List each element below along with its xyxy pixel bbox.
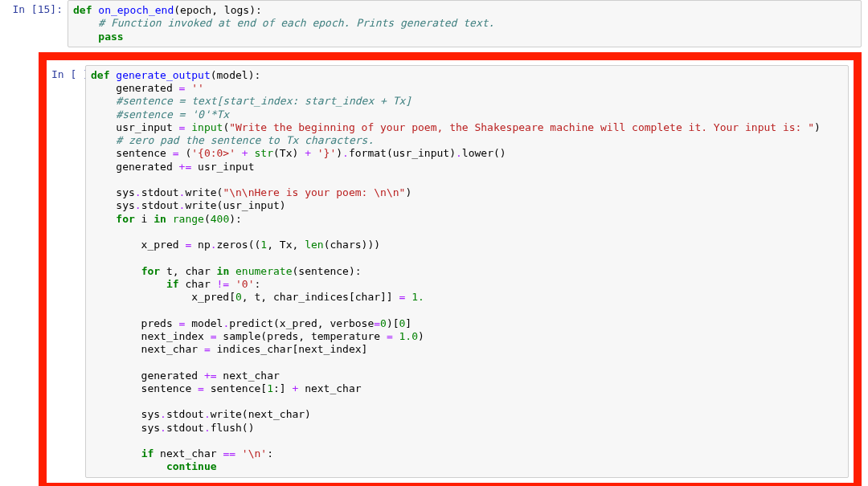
token: t, char — [160, 265, 216, 277]
token: usr_input — [91, 121, 179, 133]
token — [91, 265, 141, 277]
token-kw: continue — [166, 460, 217, 472]
code-block[interactable]: def generate_output(model): generated = … — [91, 69, 843, 474]
token-def: generate_output — [116, 69, 210, 81]
input-prompt: In [ ]: — [51, 65, 85, 81]
token: next_char — [217, 370, 280, 382]
token: next_index — [91, 330, 211, 342]
token-bi: range — [173, 213, 204, 225]
token-cmt: # Function invoked at end of each epoch.… — [98, 17, 494, 29]
token-op: = — [173, 147, 179, 159]
token-op: . — [160, 408, 166, 420]
token-str: '' — [191, 82, 204, 94]
token-op: = — [211, 330, 217, 342]
token: predict(x_pred, verbose — [229, 317, 374, 329]
token: model — [185, 317, 223, 329]
token-cmt: #sentence = text[start_index: start_inde… — [116, 95, 411, 107]
highlight-box: In [ ]:def generate_output(model): gener… — [39, 52, 862, 486]
token-str: '0' — [235, 278, 254, 290]
token: ( — [204, 213, 211, 225]
token: sample(preds, temperature — [217, 330, 387, 342]
token — [73, 31, 98, 43]
token: (Tx) — [273, 147, 305, 159]
token: next_char — [154, 447, 223, 459]
notebook: In [15]:def on_epoch_end(epoch, logs): #… — [0, 0, 868, 486]
code-cell[interactable]: In [ ]:def generate_output(model): gener… — [51, 65, 849, 478]
token-op: == — [223, 447, 235, 459]
token: usr_input — [191, 161, 254, 173]
token-op: = — [198, 382, 204, 394]
token-op: . — [456, 147, 462, 159]
token-kw: pass — [98, 31, 123, 43]
code-block[interactable]: def on_epoch_end(epoch, logs): # Functio… — [73, 4, 856, 43]
token — [393, 330, 399, 342]
token: :] — [273, 382, 292, 394]
token: stdout — [141, 199, 179, 211]
token-bi: input — [191, 121, 223, 133]
token-op: . — [135, 199, 141, 211]
token: generated — [91, 161, 179, 173]
input-area[interactable]: def generate_output(model): generated = … — [85, 65, 849, 478]
token-op: . — [160, 422, 166, 434]
token: sys — [91, 408, 160, 420]
token-op: . — [211, 239, 217, 251]
token — [229, 265, 235, 277]
token-kw: for — [141, 265, 160, 277]
token: ) — [814, 121, 821, 133]
token — [91, 213, 116, 225]
token-op: + — [305, 147, 311, 159]
input-area[interactable]: def on_epoch_end(epoch, logs): # Functio… — [68, 0, 862, 47]
token-kw: for — [116, 213, 134, 225]
token-op: += — [179, 161, 192, 173]
token-cmt: #sentence = '0'*Tx — [116, 108, 229, 120]
token: (epoch, logs): — [174, 4, 262, 16]
token-op: . — [342, 147, 349, 159]
token: , t, char_indices[char]] — [242, 291, 399, 303]
token-op: . — [204, 422, 211, 434]
token: sys — [91, 186, 135, 198]
token — [229, 278, 235, 290]
token: )[ — [387, 317, 399, 329]
token-kw: if — [166, 278, 179, 290]
token-kw: def — [91, 69, 109, 81]
token — [73, 17, 98, 29]
token-bi: len — [305, 239, 323, 251]
token-op: = — [374, 317, 380, 329]
token: i — [135, 213, 154, 225]
token-def: on_epoch_end — [98, 4, 174, 16]
token-num: 1 — [260, 239, 267, 251]
token: indices_char[next_index] — [211, 343, 368, 355]
token: stdout — [166, 422, 204, 434]
token: ): — [229, 213, 242, 225]
token-num: 1. — [411, 291, 424, 303]
token — [405, 291, 411, 303]
token — [248, 147, 255, 159]
token: generated — [91, 82, 179, 94]
token: ) — [336, 147, 342, 159]
token: sys — [91, 422, 160, 434]
token — [91, 134, 116, 146]
token: stdout — [166, 408, 204, 420]
token: write(usr_input) — [185, 199, 285, 211]
token-num: 1.0 — [399, 330, 418, 342]
token — [311, 147, 317, 159]
token: (sentence): — [293, 265, 362, 277]
token-op: + — [242, 147, 248, 159]
token-str: '}' — [317, 147, 336, 159]
token: ] — [405, 317, 411, 329]
token-kw: in — [154, 213, 166, 225]
token-str: "Write the beginning of your poem, the S… — [229, 121, 814, 133]
token: (chars))) — [324, 239, 380, 251]
token: sys — [91, 199, 135, 211]
token: next_char — [91, 343, 204, 355]
token — [235, 447, 242, 459]
token: sentence — [91, 382, 198, 394]
token: preds — [91, 317, 179, 329]
token: ) — [405, 186, 411, 198]
token: , Tx, — [267, 239, 305, 251]
token-kw: in — [217, 265, 230, 277]
token: zeros(( — [217, 239, 261, 251]
token: (model): — [211, 69, 261, 81]
code-cell[interactable]: In [15]:def on_epoch_end(epoch, logs): #… — [0, 0, 868, 47]
token: sentence[ — [204, 382, 267, 394]
